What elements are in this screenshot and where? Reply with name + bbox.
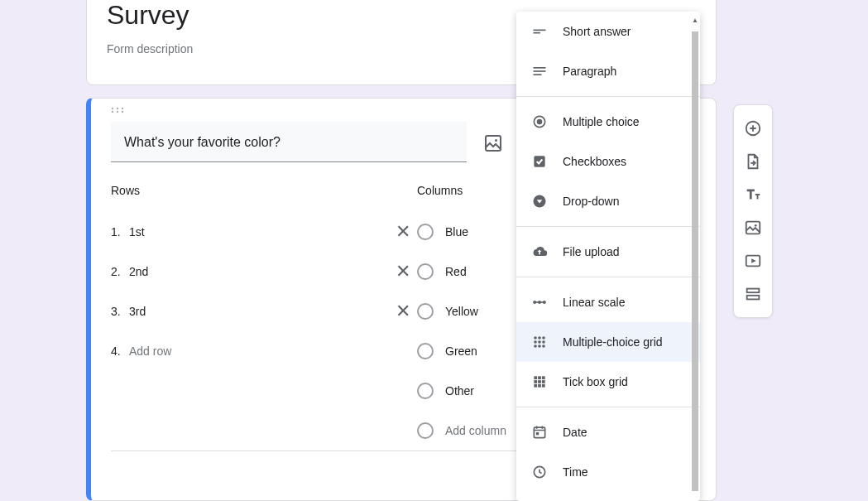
column-label[interactable]: Red [445, 265, 467, 278]
type-multiple-choice-grid[interactable]: Multiple-choice grid [516, 322, 700, 362]
type-date[interactable]: Date [516, 412, 700, 452]
svg-point-4 [117, 111, 118, 113]
type-dropdown[interactable]: Drop-down [516, 181, 700, 221]
svg-rect-42 [538, 380, 541, 383]
menu-label: File upload [563, 245, 620, 258]
svg-point-29 [534, 336, 537, 340]
add-question-button[interactable] [738, 113, 768, 143]
column-label[interactable]: Other [445, 384, 474, 397]
paragraph-icon [530, 61, 549, 81]
menu-label: Checkboxes [563, 155, 626, 168]
svg-point-0 [112, 108, 113, 109]
radio-icon [417, 303, 434, 320]
menu-label: Drop-down [563, 195, 619, 208]
menu-label: Tick box grid [563, 375, 628, 388]
calendar-icon [530, 422, 549, 442]
svg-point-33 [538, 340, 541, 344]
svg-point-36 [538, 344, 541, 348]
menu-separator [516, 96, 700, 97]
svg-point-28 [543, 301, 546, 304]
menu-separator [516, 407, 700, 407]
svg-rect-13 [747, 289, 760, 293]
row-number: 3. [111, 305, 129, 318]
svg-point-32 [534, 340, 537, 344]
menu-label: Date [563, 426, 587, 439]
menu-label: Linear scale [563, 296, 626, 309]
svg-rect-47 [534, 427, 544, 438]
add-image-button[interactable] [483, 133, 503, 153]
type-file-upload[interactable]: File upload [516, 232, 700, 272]
add-column-label[interactable]: Add column [445, 424, 506, 437]
remove-row-button[interactable]: ✕ [384, 261, 417, 282]
type-checkboxes[interactable]: Checkboxes [516, 142, 700, 181]
menu-label: Short answer [563, 25, 631, 38]
row-label[interactable]: 3rd [129, 305, 384, 318]
grid-squares-icon [530, 372, 549, 392]
type-linear-scale[interactable]: Linear scale [516, 282, 700, 322]
svg-point-1 [117, 108, 118, 109]
remove-row-button[interactable]: ✕ [384, 221, 417, 243]
radio-icon [417, 422, 434, 439]
column-label[interactable]: Green [445, 344, 477, 358]
menu-label: Multiple-choice grid [563, 335, 663, 349]
radio-icon [417, 224, 434, 240]
side-toolbar [733, 104, 773, 318]
rows-header: Rows [111, 184, 417, 197]
menu-separator [516, 226, 700, 227]
row-label[interactable]: 1st [129, 225, 384, 238]
svg-rect-38 [534, 376, 537, 379]
svg-rect-15 [534, 30, 546, 31]
import-questions-button[interactable] [738, 147, 768, 176]
menu-label: Multiple choice [563, 115, 640, 128]
menu-scrollbar[interactable]: ▲ [690, 13, 700, 499]
add-video-button[interactable] [738, 246, 768, 276]
row-label[interactable]: 2nd [129, 265, 384, 278]
svg-point-3 [112, 111, 113, 113]
row-number: 4. [111, 344, 129, 358]
svg-point-7 [495, 139, 497, 142]
type-time[interactable]: Time [516, 452, 700, 492]
add-row[interactable]: 4. Add row [111, 331, 417, 371]
row-item[interactable]: 3. 3rd ✕ [111, 291, 417, 331]
svg-point-34 [542, 340, 545, 344]
type-paragraph[interactable]: Paragraph [516, 51, 700, 91]
svg-point-5 [122, 111, 123, 113]
svg-rect-39 [538, 376, 541, 379]
svg-point-30 [538, 336, 541, 340]
svg-rect-41 [534, 380, 537, 383]
type-multiple-choice[interactable]: Multiple choice [516, 102, 700, 142]
menu-separator [516, 277, 700, 277]
linear-scale-icon [530, 292, 549, 312]
svg-point-26 [538, 301, 541, 304]
radio-icon [417, 343, 434, 359]
radio-icon [417, 383, 434, 399]
row-item[interactable]: 1. 1st ✕ [111, 212, 417, 252]
svg-rect-48 [536, 432, 539, 435]
add-image-button[interactable] [738, 213, 768, 243]
radio-icon [530, 112, 549, 132]
add-title-button[interactable] [738, 180, 768, 210]
type-tick-box-grid[interactable]: Tick box grid [516, 362, 700, 402]
svg-rect-16 [534, 32, 540, 34]
column-label[interactable]: Blue [445, 225, 468, 238]
row-item[interactable]: 2. 2nd ✕ [111, 252, 417, 291]
add-row-label[interactable]: Add row [129, 344, 417, 358]
type-short-answer[interactable]: Short answer [516, 12, 700, 51]
menu-label: Paragraph [563, 65, 616, 78]
remove-row-button[interactable]: ✕ [384, 301, 417, 322]
svg-point-31 [542, 336, 545, 340]
svg-rect-17 [534, 67, 546, 69]
row-number: 1. [111, 225, 129, 238]
dropdown-icon [530, 191, 549, 211]
short-answer-icon [530, 22, 549, 41]
scroll-thumb[interactable] [692, 31, 698, 491]
svg-rect-6 [486, 136, 501, 151]
scroll-up-icon[interactable]: ▲ [692, 17, 698, 24]
svg-rect-14 [747, 296, 760, 300]
column-label[interactable]: Yellow [445, 305, 478, 318]
row-number: 2. [111, 265, 129, 278]
menu-label: Time [563, 465, 588, 479]
question-text-input[interactable]: What's your favorite color? [111, 122, 467, 162]
svg-rect-19 [534, 74, 542, 75]
add-section-button[interactable] [738, 279, 768, 309]
